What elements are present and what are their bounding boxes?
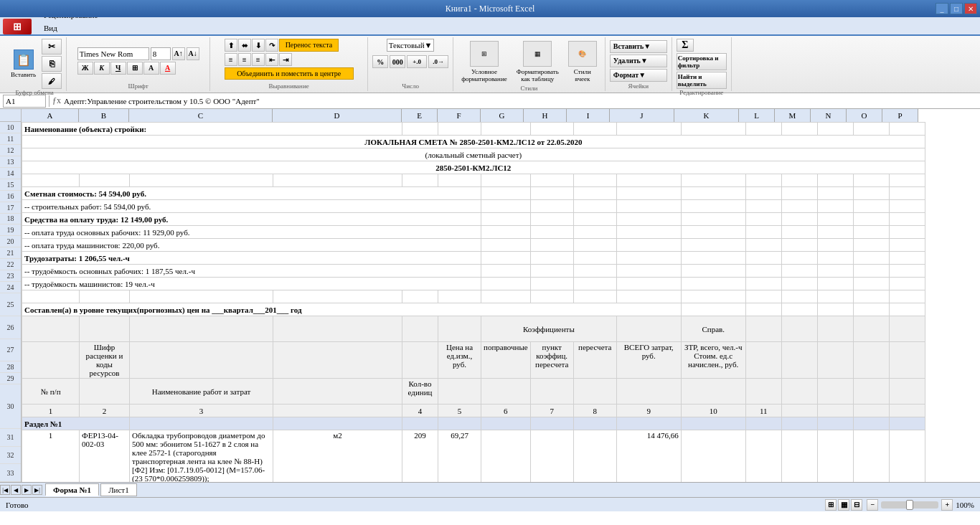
cell-K20[interactable] (681, 252, 745, 265)
cell-N21[interactable] (817, 265, 853, 278)
row-num-20[interactable]: 20 (0, 236, 21, 247)
cell-P28[interactable] (889, 405, 925, 417)
cell-O28[interactable] (853, 405, 889, 417)
minimize-button[interactable]: _ (936, 3, 948, 14)
cell-O21[interactable] (853, 265, 889, 278)
row-num-29[interactable]: 29 (0, 373, 21, 384)
row-num-18[interactable]: 18 (0, 214, 21, 225)
office-button[interactable]: ⊞ (3, 19, 32, 34)
cell-A27[interactable]: № п/п (22, 379, 80, 405)
row-num-24[interactable]: 24 (0, 282, 21, 293)
cell-F26[interactable]: Цена на ед.изм., руб. (438, 342, 481, 379)
cell-M16[interactable] (781, 200, 817, 213)
row-num-12[interactable]: 12 (0, 145, 21, 156)
cell-A14[interactable] (22, 174, 80, 187)
format-cells-button[interactable]: Формат▼ (610, 69, 667, 82)
cell-K25[interactable]: Справ. (681, 316, 745, 342)
cell-B25[interactable] (80, 316, 130, 342)
cell-I15[interactable] (573, 187, 616, 200)
cell-N30[interactable] (817, 430, 853, 483)
cell-L10[interactable] (745, 123, 781, 136)
cell-G25[interactable]: Коэффициенты (481, 316, 617, 342)
cell-G23[interactable] (481, 290, 531, 303)
align-bottom-button[interactable]: ⬇ (252, 39, 265, 52)
cell-H21[interactable] (530, 265, 573, 278)
page-layout-button[interactable]: ▦ (838, 499, 849, 511)
cell-N15[interactable] (817, 187, 853, 200)
cell-O25[interactable] (853, 316, 889, 342)
row-num-16[interactable]: 16 (0, 191, 21, 202)
cell-O23[interactable] (853, 290, 889, 303)
find-select-button[interactable]: Найти и выделить (677, 72, 727, 89)
row-num-22[interactable]: 22 (0, 259, 21, 270)
cell-L19[interactable] (745, 239, 781, 252)
cell-E26[interactable] (402, 342, 438, 379)
cell-K28[interactable]: 10 (681, 405, 745, 417)
row-num-10[interactable]: 10 (0, 122, 21, 133)
cell-G20[interactable] (481, 252, 531, 265)
cell-C23[interactable] (130, 290, 273, 303)
cell-G28[interactable]: 6 (481, 405, 531, 417)
align-center-button[interactable]: ≡ (238, 53, 251, 66)
cell-A29[interactable]: Раздел №1 (22, 417, 130, 430)
cell-K21[interactable] (681, 265, 745, 278)
cell-O15[interactable] (853, 187, 889, 200)
col-header-N[interactable]: N (811, 109, 847, 122)
cell-N20[interactable] (817, 252, 853, 265)
cell-E14[interactable] (402, 174, 438, 187)
cell-H19[interactable] (530, 239, 573, 252)
row-num-15[interactable]: 15 (0, 179, 21, 191)
indent-increase-button[interactable]: ⇥ (279, 53, 292, 66)
cell-F27[interactable] (438, 379, 481, 405)
cell-G10[interactable] (481, 123, 531, 136)
cell-K24[interactable] (681, 303, 745, 316)
cell-L27[interactable] (745, 379, 781, 405)
row-num-31[interactable]: 31 (0, 429, 21, 447)
sigma-button[interactable]: Σ (677, 39, 694, 52)
text-orient-button[interactable]: ↷ (265, 39, 278, 52)
cell-L29[interactable] (745, 417, 781, 430)
row-num-27[interactable]: 27 (0, 339, 21, 362)
cell-M17[interactable] (781, 213, 817, 226)
cell-styles-button[interactable]: 🎨 Стилиячеек (565, 39, 600, 85)
cell-I27[interactable] (573, 379, 616, 405)
cell-H15[interactable] (530, 187, 573, 200)
percent-button[interactable]: % (372, 55, 388, 68)
cell-N22[interactable] (817, 278, 853, 290)
cell-P19[interactable] (889, 239, 925, 252)
cell-F23[interactable] (438, 290, 481, 303)
cell-J23[interactable] (616, 290, 681, 303)
cell-A24[interactable]: Составлен(а) в уровне текущих(прогнозных… (22, 303, 682, 316)
cell-K17[interactable] (681, 213, 745, 226)
cell-D30[interactable]: м2 (273, 430, 402, 483)
number-format-dropdown[interactable]: Текстовый ▼ (387, 39, 435, 52)
cell-K15[interactable] (681, 187, 745, 200)
cell-G22[interactable] (481, 278, 531, 290)
cell-K14[interactable] (681, 174, 745, 187)
cell-P18[interactable] (889, 226, 925, 239)
cell-C28[interactable]: 3 (130, 405, 273, 417)
sheet-tab-Форма-№1[interactable]: Форма №1 (45, 483, 99, 496)
cell-merged-12[interactable]: (локальный сметный расчет) (22, 148, 925, 161)
cell-I21[interactable] (573, 265, 616, 278)
cell-I30[interactable] (573, 430, 616, 483)
formula-content[interactable]: Адепт:Управление строительством у 10.5 ©… (64, 95, 977, 108)
cell-A22[interactable]: -- трудоёмкость машинистов: 19 чел.-ч (22, 278, 481, 290)
cell-D14[interactable] (273, 174, 402, 187)
italic-button[interactable]: К (94, 62, 110, 75)
cell-G29[interactable] (481, 417, 531, 430)
col-header-C[interactable]: C (129, 109, 273, 122)
cell-G18[interactable] (481, 226, 531, 239)
cell-N23[interactable] (817, 290, 853, 303)
row-num-28[interactable]: 28 (0, 361, 21, 373)
cell-L25[interactable] (745, 316, 781, 342)
cell-H17[interactable] (530, 213, 573, 226)
cell-O16[interactable] (853, 200, 889, 213)
cell-M20[interactable] (781, 252, 817, 265)
align-middle-button[interactable]: ⬌ (238, 39, 251, 52)
cell-F29[interactable] (438, 417, 481, 430)
cell-L30[interactable] (745, 430, 781, 483)
cell-M23[interactable] (781, 290, 817, 303)
cell-G15[interactable] (481, 187, 531, 200)
cell-D25[interactable] (273, 316, 402, 342)
